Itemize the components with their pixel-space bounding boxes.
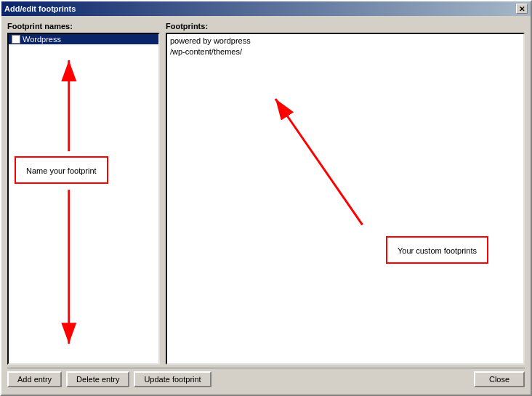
right-panel: Footprints: powered by wordpress /wp-con… bbox=[166, 22, 525, 365]
update-footprint-button[interactable]: Update footprint bbox=[134, 371, 211, 387]
footprints-label: Footprints: bbox=[166, 22, 525, 31]
list-item[interactable]: ✓ Wordpress bbox=[9, 34, 158, 44]
footprint-content: powered by wordpress /wp-content/themes/ bbox=[167, 34, 523, 60]
footprint-names-listbox[interactable]: ✓ Wordpress bbox=[7, 33, 160, 365]
bottom-bar: Add entry Delete entry Update footprint … bbox=[7, 368, 525, 389]
list-item-label: Wordpress bbox=[23, 35, 61, 44]
close-button[interactable]: Close bbox=[474, 371, 525, 387]
checkbox[interactable]: ✓ bbox=[12, 35, 20, 44]
title-bar: Add/edit footprints ✕ bbox=[1, 1, 531, 16]
footprint-line-1: powered by wordpress bbox=[170, 36, 520, 47]
custom-footprints-annotation: Your custom footprints bbox=[386, 236, 488, 264]
window-close-button[interactable]: ✕ bbox=[516, 4, 528, 14]
panels-row: Footprint names: ✓ Wordpress Footprints:… bbox=[7, 22, 525, 365]
footprint-line-2: /wp-content/themes/ bbox=[170, 47, 520, 57]
add-entry-button[interactable]: Add entry bbox=[7, 371, 62, 387]
main-window: Add/edit footprints ✕ Footprint names: ✓… bbox=[0, 0, 532, 396]
bottom-left-buttons: Add entry Delete entry Update footprint bbox=[7, 371, 211, 387]
window-title: Add/edit footprints bbox=[4, 4, 76, 13]
name-footprint-annotation: Name your footprint bbox=[15, 156, 108, 184]
window-content: Footprint names: ✓ Wordpress Footprints:… bbox=[1, 16, 531, 395]
footprints-listbox[interactable]: powered by wordpress /wp-content/themes/ bbox=[166, 33, 525, 365]
left-panel: Footprint names: ✓ Wordpress bbox=[7, 22, 160, 365]
delete-entry-button[interactable]: Delete entry bbox=[66, 371, 129, 387]
footprint-names-label: Footprint names: bbox=[7, 22, 160, 31]
